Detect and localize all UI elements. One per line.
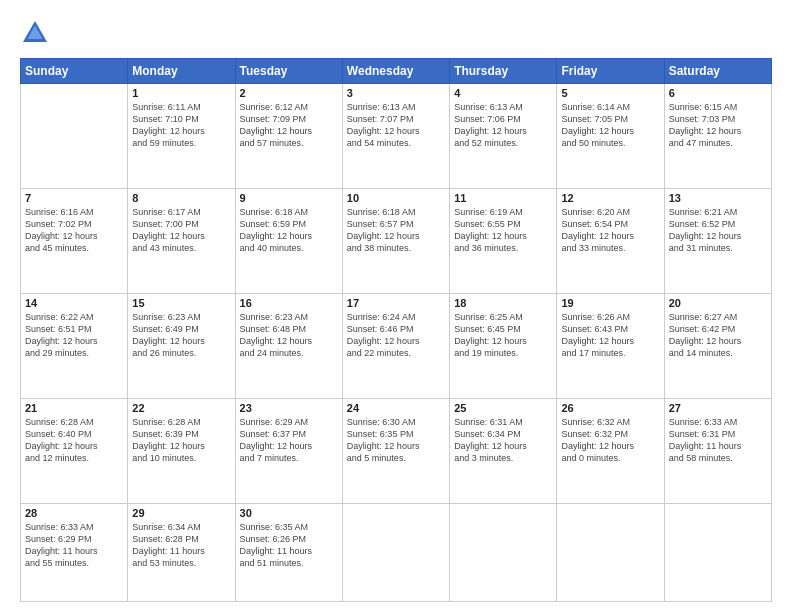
- day-header-thursday: Thursday: [450, 59, 557, 84]
- day-info: Sunrise: 6:25 AMSunset: 6:45 PMDaylight:…: [454, 311, 552, 360]
- calendar-day-cell: 19Sunrise: 6:26 AMSunset: 6:43 PMDayligh…: [557, 293, 664, 398]
- day-header-monday: Monday: [128, 59, 235, 84]
- day-info: Sunrise: 6:23 AMSunset: 6:48 PMDaylight:…: [240, 311, 338, 360]
- calendar-week-row: 21Sunrise: 6:28 AMSunset: 6:40 PMDayligh…: [21, 398, 772, 503]
- calendar-day-cell: 12Sunrise: 6:20 AMSunset: 6:54 PMDayligh…: [557, 188, 664, 293]
- calendar-day-cell: 20Sunrise: 6:27 AMSunset: 6:42 PMDayligh…: [664, 293, 771, 398]
- calendar-day-cell: [557, 503, 664, 601]
- day-number: 21: [25, 402, 123, 414]
- day-number: 19: [561, 297, 659, 309]
- day-number: 12: [561, 192, 659, 204]
- calendar-day-cell: 8Sunrise: 6:17 AMSunset: 7:00 PMDaylight…: [128, 188, 235, 293]
- logo: [20, 18, 54, 48]
- calendar-day-cell: 24Sunrise: 6:30 AMSunset: 6:35 PMDayligh…: [342, 398, 449, 503]
- day-number: 18: [454, 297, 552, 309]
- day-info: Sunrise: 6:28 AMSunset: 6:39 PMDaylight:…: [132, 416, 230, 465]
- day-info: Sunrise: 6:22 AMSunset: 6:51 PMDaylight:…: [25, 311, 123, 360]
- day-info: Sunrise: 6:19 AMSunset: 6:55 PMDaylight:…: [454, 206, 552, 255]
- day-info: Sunrise: 6:14 AMSunset: 7:05 PMDaylight:…: [561, 101, 659, 150]
- day-number: 7: [25, 192, 123, 204]
- calendar-day-cell: 13Sunrise: 6:21 AMSunset: 6:52 PMDayligh…: [664, 188, 771, 293]
- day-number: 14: [25, 297, 123, 309]
- calendar-day-cell: 23Sunrise: 6:29 AMSunset: 6:37 PMDayligh…: [235, 398, 342, 503]
- calendar-day-cell: 29Sunrise: 6:34 AMSunset: 6:28 PMDayligh…: [128, 503, 235, 601]
- calendar-day-cell: [342, 503, 449, 601]
- day-number: 13: [669, 192, 767, 204]
- calendar-day-cell: 17Sunrise: 6:24 AMSunset: 6:46 PMDayligh…: [342, 293, 449, 398]
- calendar-day-cell: 10Sunrise: 6:18 AMSunset: 6:57 PMDayligh…: [342, 188, 449, 293]
- calendar-day-cell: 22Sunrise: 6:28 AMSunset: 6:39 PMDayligh…: [128, 398, 235, 503]
- calendar-day-cell: 26Sunrise: 6:32 AMSunset: 6:32 PMDayligh…: [557, 398, 664, 503]
- day-number: 3: [347, 87, 445, 99]
- day-number: 30: [240, 507, 338, 519]
- day-info: Sunrise: 6:30 AMSunset: 6:35 PMDaylight:…: [347, 416, 445, 465]
- day-number: 16: [240, 297, 338, 309]
- calendar-day-cell: 16Sunrise: 6:23 AMSunset: 6:48 PMDayligh…: [235, 293, 342, 398]
- day-header-tuesday: Tuesday: [235, 59, 342, 84]
- day-info: Sunrise: 6:17 AMSunset: 7:00 PMDaylight:…: [132, 206, 230, 255]
- day-number: 23: [240, 402, 338, 414]
- calendar-week-row: 7Sunrise: 6:16 AMSunset: 7:02 PMDaylight…: [21, 188, 772, 293]
- calendar-header-row: SundayMondayTuesdayWednesdayThursdayFrid…: [21, 59, 772, 84]
- day-number: 22: [132, 402, 230, 414]
- day-header-sunday: Sunday: [21, 59, 128, 84]
- calendar-day-cell: 18Sunrise: 6:25 AMSunset: 6:45 PMDayligh…: [450, 293, 557, 398]
- calendar-day-cell: [664, 503, 771, 601]
- header: [20, 18, 772, 48]
- day-info: Sunrise: 6:23 AMSunset: 6:49 PMDaylight:…: [132, 311, 230, 360]
- day-info: Sunrise: 6:13 AMSunset: 7:06 PMDaylight:…: [454, 101, 552, 150]
- calendar-week-row: 28Sunrise: 6:33 AMSunset: 6:29 PMDayligh…: [21, 503, 772, 601]
- calendar-day-cell: 11Sunrise: 6:19 AMSunset: 6:55 PMDayligh…: [450, 188, 557, 293]
- day-number: 17: [347, 297, 445, 309]
- calendar-day-cell: 1Sunrise: 6:11 AMSunset: 7:10 PMDaylight…: [128, 84, 235, 189]
- day-info: Sunrise: 6:18 AMSunset: 6:59 PMDaylight:…: [240, 206, 338, 255]
- day-number: 8: [132, 192, 230, 204]
- day-number: 28: [25, 507, 123, 519]
- calendar-day-cell: [450, 503, 557, 601]
- day-info: Sunrise: 6:34 AMSunset: 6:28 PMDaylight:…: [132, 521, 230, 570]
- calendar-day-cell: [21, 84, 128, 189]
- day-number: 25: [454, 402, 552, 414]
- calendar-table: SundayMondayTuesdayWednesdayThursdayFrid…: [20, 58, 772, 602]
- day-number: 6: [669, 87, 767, 99]
- day-header-saturday: Saturday: [664, 59, 771, 84]
- calendar-day-cell: 21Sunrise: 6:28 AMSunset: 6:40 PMDayligh…: [21, 398, 128, 503]
- day-info: Sunrise: 6:16 AMSunset: 7:02 PMDaylight:…: [25, 206, 123, 255]
- calendar-day-cell: 7Sunrise: 6:16 AMSunset: 7:02 PMDaylight…: [21, 188, 128, 293]
- calendar-day-cell: 14Sunrise: 6:22 AMSunset: 6:51 PMDayligh…: [21, 293, 128, 398]
- day-info: Sunrise: 6:18 AMSunset: 6:57 PMDaylight:…: [347, 206, 445, 255]
- calendar-week-row: 1Sunrise: 6:11 AMSunset: 7:10 PMDaylight…: [21, 84, 772, 189]
- day-info: Sunrise: 6:33 AMSunset: 6:29 PMDaylight:…: [25, 521, 123, 570]
- day-number: 1: [132, 87, 230, 99]
- day-number: 10: [347, 192, 445, 204]
- calendar-week-row: 14Sunrise: 6:22 AMSunset: 6:51 PMDayligh…: [21, 293, 772, 398]
- day-number: 4: [454, 87, 552, 99]
- day-number: 11: [454, 192, 552, 204]
- day-info: Sunrise: 6:24 AMSunset: 6:46 PMDaylight:…: [347, 311, 445, 360]
- day-info: Sunrise: 6:13 AMSunset: 7:07 PMDaylight:…: [347, 101, 445, 150]
- day-number: 29: [132, 507, 230, 519]
- day-number: 27: [669, 402, 767, 414]
- calendar-day-cell: 4Sunrise: 6:13 AMSunset: 7:06 PMDaylight…: [450, 84, 557, 189]
- day-number: 15: [132, 297, 230, 309]
- calendar-day-cell: 2Sunrise: 6:12 AMSunset: 7:09 PMDaylight…: [235, 84, 342, 189]
- day-info: Sunrise: 6:28 AMSunset: 6:40 PMDaylight:…: [25, 416, 123, 465]
- day-info: Sunrise: 6:35 AMSunset: 6:26 PMDaylight:…: [240, 521, 338, 570]
- calendar-day-cell: 9Sunrise: 6:18 AMSunset: 6:59 PMDaylight…: [235, 188, 342, 293]
- day-info: Sunrise: 6:21 AMSunset: 6:52 PMDaylight:…: [669, 206, 767, 255]
- calendar-day-cell: 27Sunrise: 6:33 AMSunset: 6:31 PMDayligh…: [664, 398, 771, 503]
- day-number: 26: [561, 402, 659, 414]
- calendar-day-cell: 15Sunrise: 6:23 AMSunset: 6:49 PMDayligh…: [128, 293, 235, 398]
- logo-icon: [20, 18, 50, 48]
- day-info: Sunrise: 6:31 AMSunset: 6:34 PMDaylight:…: [454, 416, 552, 465]
- day-number: 24: [347, 402, 445, 414]
- day-info: Sunrise: 6:12 AMSunset: 7:09 PMDaylight:…: [240, 101, 338, 150]
- day-number: 5: [561, 87, 659, 99]
- page: SundayMondayTuesdayWednesdayThursdayFrid…: [0, 0, 792, 612]
- day-header-friday: Friday: [557, 59, 664, 84]
- day-number: 20: [669, 297, 767, 309]
- calendar-day-cell: 5Sunrise: 6:14 AMSunset: 7:05 PMDaylight…: [557, 84, 664, 189]
- calendar-day-cell: 6Sunrise: 6:15 AMSunset: 7:03 PMDaylight…: [664, 84, 771, 189]
- calendar-day-cell: 3Sunrise: 6:13 AMSunset: 7:07 PMDaylight…: [342, 84, 449, 189]
- day-info: Sunrise: 6:26 AMSunset: 6:43 PMDaylight:…: [561, 311, 659, 360]
